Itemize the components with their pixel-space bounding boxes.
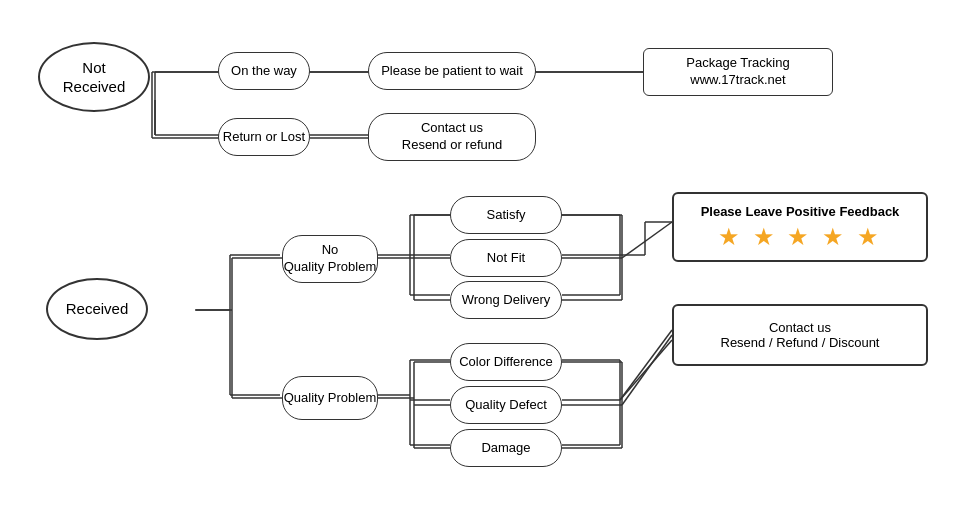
package-tracking-node: Package Tracking www.17track.net — [643, 48, 833, 96]
return-lost-node: Return or Lost — [218, 118, 310, 156]
feedback-box: Please Leave Positive Feedback ★ ★ ★ ★ ★ — [672, 192, 928, 262]
not-fit-node: Not Fit — [450, 239, 562, 277]
star-rating: ★ ★ ★ ★ ★ — [718, 223, 882, 251]
not-received-label: Not Received — [63, 58, 126, 97]
quality-problem-node: Quality Problem — [282, 376, 378, 420]
patient-label: Please be patient to wait — [381, 63, 523, 80]
svg-line-33 — [620, 340, 672, 400]
satisfy-label: Satisfy — [486, 207, 525, 224]
contact-refund-label: Contact us Resend / Refund / Discount — [721, 320, 880, 350]
contact-resend-label: Contact us Resend or refund — [402, 120, 502, 154]
not-fit-label: Not Fit — [487, 250, 525, 267]
received-label: Received — [66, 299, 129, 319]
svg-line-63 — [622, 222, 672, 258]
quality-defect-label: Quality Defect — [465, 397, 547, 414]
svg-line-32 — [620, 330, 672, 400]
not-received-node: Not Received — [38, 42, 150, 112]
on-the-way-node: On the way — [218, 52, 310, 90]
color-diff-label: Color Difference — [459, 354, 553, 371]
no-quality-label: No Quality Problem — [284, 242, 376, 276]
contact-refund-box: Contact us Resend / Refund / Discount — [672, 304, 928, 366]
damage-node: Damage — [450, 429, 562, 467]
quality-defect-node: Quality Defect — [450, 386, 562, 424]
damage-label: Damage — [481, 440, 530, 457]
no-quality-node: No Quality Problem — [282, 235, 378, 283]
satisfy-node: Satisfy — [450, 196, 562, 234]
contact-resend-node: Contact us Resend or refund — [368, 113, 536, 161]
feedback-label: Please Leave Positive Feedback — [701, 204, 900, 219]
on-the-way-label: On the way — [231, 63, 297, 80]
wrong-delivery-label: Wrong Delivery — [462, 292, 551, 309]
return-lost-label: Return or Lost — [223, 129, 305, 146]
wrong-delivery-node: Wrong Delivery — [450, 281, 562, 319]
package-tracking-label: Package Tracking www.17track.net — [686, 55, 789, 89]
received-node: Received — [46, 278, 148, 340]
svg-line-64 — [622, 335, 672, 405]
color-diff-node: Color Difference — [450, 343, 562, 381]
quality-problem-label: Quality Problem — [284, 390, 376, 407]
patient-node: Please be patient to wait — [368, 52, 536, 90]
